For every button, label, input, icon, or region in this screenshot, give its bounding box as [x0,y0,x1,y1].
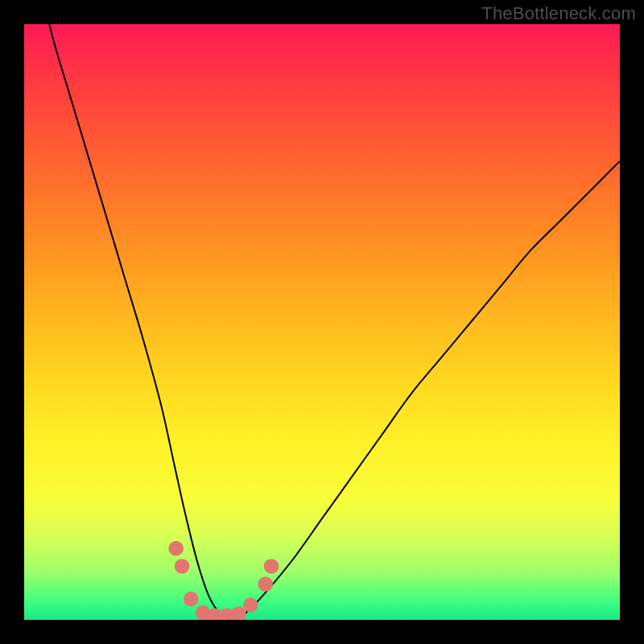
threshold-dot [175,559,190,574]
threshold-dot [184,592,199,607]
threshold-dots [168,541,279,620]
threshold-dot [258,576,273,592]
threshold-dot [243,597,258,613]
curve-layer [24,24,620,620]
threshold-dot [231,606,246,620]
plot-area [24,24,620,620]
threshold-dot [264,559,279,574]
bottleneck-curve [42,24,620,617]
threshold-dot [168,541,184,556]
chart-stage: TheBottleneck.com [0,0,644,644]
watermark-text: TheBottleneck.com [481,3,636,24]
